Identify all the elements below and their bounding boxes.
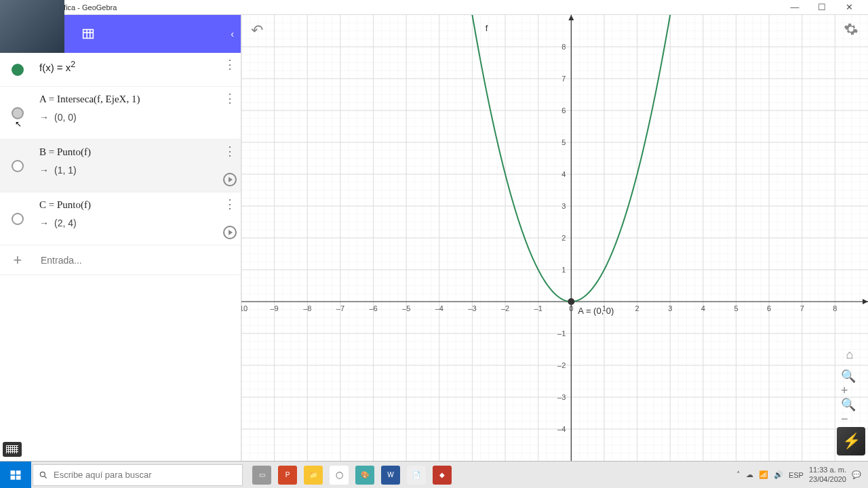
result: →(2, 4) (39, 218, 237, 228)
graphics-view[interactable]: ↶ –10–9–8–7–6–5–4–3–2–1012345678–4–3–2–1… (241, 15, 868, 461)
gear-icon (844, 22, 859, 37)
svg-marker-180 (568, 15, 574, 20)
undo-button[interactable]: ↶ (251, 22, 263, 39)
svg-text:–6: –6 (369, 304, 377, 312)
system-tray: ˄ ☁ 📶 🔊 ESP 11:33 a. m. 23/04/2020 💬 (736, 466, 868, 483)
svg-text:f: f (486, 23, 488, 33)
algebra-input[interactable] (35, 249, 241, 271)
svg-text:–3: –3 (468, 304, 476, 312)
svg-text:4: 4 (701, 304, 705, 312)
svg-text:5: 5 (561, 138, 566, 146)
svg-rect-216 (16, 470, 21, 474)
svg-text:–2: –2 (501, 304, 509, 312)
minimize-button[interactable]: — (781, 2, 808, 12)
home-view-button[interactable]: ⌂ (841, 346, 859, 363)
cursor-icon: ↖ (15, 119, 22, 129)
svg-text:–10: –10 (241, 304, 248, 312)
formula: A = Interseca(f, EjeX, 1) (39, 94, 237, 105)
taskbar-search[interactable]: Escribe aquí para buscar (33, 464, 243, 486)
taskbar-apps: ▭P📁◯🎨W📄◆ (243, 466, 736, 485)
animate-button[interactable] (223, 173, 237, 186)
view-controls: ⌂ 🔍+ 🔍− (841, 346, 859, 420)
row-menu-button[interactable]: ⋮ (224, 197, 235, 211)
taskbar-app-word[interactable]: W (381, 466, 400, 485)
svg-text:3: 3 (561, 202, 566, 210)
animate-button[interactable] (223, 226, 237, 239)
result: →(0, 0) (39, 112, 237, 123)
settings-button[interactable] (844, 22, 859, 39)
window-title: áfica - GeoGebra (5, 3, 781, 12)
svg-text:2: 2 (635, 304, 639, 312)
tray-up-icon[interactable]: ˄ (736, 470, 741, 479)
svg-text:1: 1 (561, 266, 566, 274)
table-icon (81, 26, 96, 41)
svg-text:7: 7 (561, 75, 566, 83)
svg-text:–2: –2 (557, 361, 566, 369)
input-row: + (0, 245, 241, 275)
svg-text:3: 3 (668, 304, 672, 312)
graph-canvas[interactable]: –10–9–8–7–6–5–4–3–2–1012345678–4–3–2–112… (241, 15, 868, 461)
lang-indicator[interactable]: ESP (789, 471, 804, 479)
add-input-button[interactable]: + (0, 251, 35, 269)
svg-text:6: 6 (561, 106, 566, 115)
algebra-row-c[interactable]: C = Punto(f) →(2, 4) ⋮ (0, 192, 241, 245)
svg-text:–7: –7 (336, 304, 344, 312)
svg-text:–1: –1 (534, 304, 542, 312)
taskbar-app-chrome[interactable]: ◯ (330, 466, 349, 485)
algebra-row-f[interactable]: f(x) = x2 ⋮ (0, 53, 241, 87)
volume-icon[interactable]: 🔊 (774, 470, 783, 479)
svg-text:–3: –3 (557, 393, 566, 401)
svg-text:8: 8 (833, 304, 837, 312)
svg-rect-215 (11, 470, 16, 474)
visibility-toggle[interactable] (12, 213, 24, 225)
webcam-overlay (0, 0, 64, 53)
svg-text:7: 7 (800, 304, 804, 312)
cloud-icon[interactable]: ☁ (746, 470, 753, 479)
svg-marker-178 (863, 299, 868, 304)
algebra-list: f(x) = x2 ⋮ A = Interseca(f, EjeX, 1) →(… (0, 53, 241, 461)
result: →(1, 1) (39, 165, 237, 176)
zoom-out-button[interactable]: 🔍− (841, 403, 859, 420)
windows-taskbar: Escribe aquí para buscar ▭P📁◯🎨W📄◆ ˄ ☁ 📶 … (0, 461, 868, 488)
row-menu-button[interactable]: ⋮ (224, 57, 235, 72)
search-placeholder: Escribe aquí para buscar (54, 470, 152, 480)
svg-point-213 (568, 298, 574, 305)
row-menu-button[interactable]: ⋮ (224, 144, 235, 159)
maximize-button[interactable]: ☐ (808, 2, 835, 12)
taskbar-app-notepad[interactable]: 📄 (407, 466, 426, 485)
formula: f(x) = x2 (39, 62, 75, 73)
visibility-toggle[interactable] (12, 64, 24, 76)
window-titlebar: áfica - GeoGebra — ☐ ✕ (0, 0, 868, 15)
svg-rect-7 (83, 30, 94, 39)
svg-text:A = (0, 0): A = (0, 0) (578, 306, 614, 316)
svg-text:0: 0 (569, 304, 573, 312)
taskbar-app-paint[interactable]: 🎨 (355, 466, 374, 485)
virtual-keyboard-button[interactable] (3, 442, 22, 457)
visibility-toggle[interactable] (12, 160, 24, 172)
start-button[interactable] (0, 462, 31, 489)
svg-rect-218 (16, 475, 21, 479)
formula: B = Punto(f) (39, 146, 237, 158)
taskbar-app-powerpoint[interactable]: P (278, 466, 297, 485)
algebra-row-b[interactable]: B = Punto(f) →(1, 1) ⋮ (0, 140, 241, 192)
taskbar-app-app[interactable]: ◆ (433, 466, 452, 485)
svg-text:8: 8 (561, 43, 566, 51)
svg-text:–1: –1 (557, 329, 566, 338)
svg-text:5: 5 (734, 304, 738, 312)
brand-badge: ⚡ (837, 427, 865, 455)
taskbar-app-explorer[interactable]: 📁 (304, 466, 323, 485)
zoom-in-button[interactable]: 🔍+ (841, 374, 859, 392)
row-menu-button[interactable]: ⋮ (224, 91, 235, 106)
table-view-button[interactable] (72, 18, 104, 50)
taskbar-app-taskview[interactable]: ▭ (252, 466, 271, 485)
svg-text:2: 2 (561, 234, 566, 242)
clock[interactable]: 11:33 a. m. 23/04/2020 (809, 466, 846, 483)
visibility-toggle[interactable] (12, 107, 24, 119)
algebra-row-a[interactable]: A = Interseca(f, EjeX, 1) →(0, 0) ⋮ (0, 87, 241, 140)
notifications-icon[interactable]: 💬 (852, 470, 861, 479)
close-button[interactable]: ✕ (835, 2, 863, 12)
svg-text:–8: –8 (303, 304, 311, 312)
wifi-icon[interactable]: 📶 (759, 470, 768, 479)
svg-text:–4: –4 (557, 425, 566, 433)
collapse-sidebar-button[interactable]: ‹ (231, 28, 234, 39)
